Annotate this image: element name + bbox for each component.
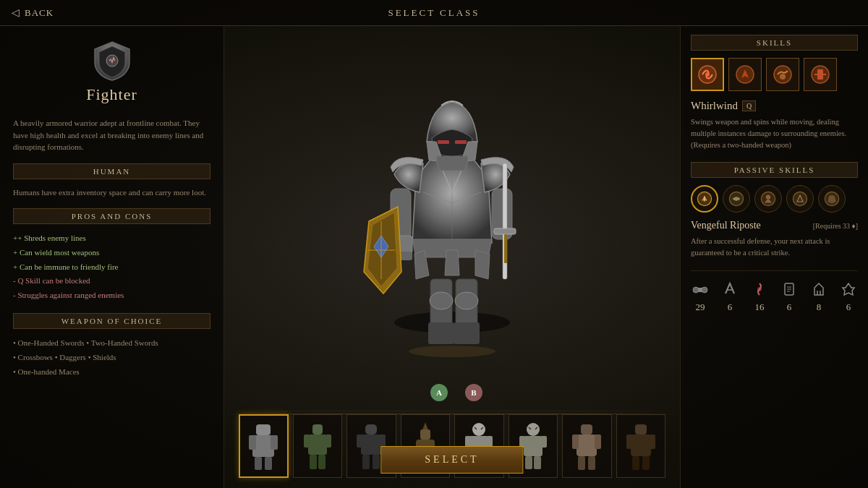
skill-icon-4[interactable] (804, 58, 837, 91)
svg-rect-30 (326, 435, 331, 448)
svg-point-68 (705, 72, 710, 77)
class-shield-icon (93, 40, 131, 81)
stat-agility: 6 (720, 280, 739, 313)
class-description: A heavily armored warrior adept at front… (13, 117, 210, 153)
b-indicator: B (465, 384, 482, 401)
passive-description: After a successful defense, your next at… (691, 236, 858, 259)
char-card-ranger2[interactable] (562, 414, 611, 478)
svg-rect-53 (525, 456, 532, 469)
passive-icon-5[interactable] (818, 185, 846, 213)
svg-rect-26 (265, 457, 272, 470)
passive-icon-2[interactable] (723, 185, 750, 213)
knight-figure (329, 33, 575, 366)
svg-rect-62 (631, 435, 651, 456)
svg-point-85 (757, 287, 762, 291)
svg-rect-66 (642, 456, 650, 470)
skill-icon-whirlwind[interactable] (691, 58, 724, 91)
con-item-2: - Struggles against ranged enemies (13, 288, 210, 303)
weapon-item-1: • One-Handed Swords • Two-Handed Swords (13, 336, 210, 351)
agility-icon (720, 280, 739, 299)
skill-icon-3[interactable] (766, 58, 799, 91)
pro-item-3: + Can be immune to friendly fire (13, 260, 210, 275)
knowledge-icon (780, 280, 799, 299)
skill-icon-2[interactable] (728, 58, 762, 91)
skill-name: Whirlwind (691, 100, 738, 112)
skill-name-row: Whirlwind Q (691, 100, 858, 112)
svg-rect-61 (635, 424, 647, 435)
decorative-line-2 (224, 411, 680, 411)
svg-rect-18 (438, 140, 449, 144)
center-panel: A B (224, 26, 680, 488)
svg-rect-35 (357, 435, 363, 448)
weapon-item-2: • Crossbows • Daggers • Shields (13, 351, 210, 365)
svg-rect-33 (365, 424, 377, 435)
stat-strength: 29 (691, 280, 710, 313)
svg-point-83 (693, 287, 699, 293)
svg-rect-64 (649, 435, 655, 449)
svg-rect-39 (420, 429, 430, 440)
passive-icon-4[interactable] (786, 185, 814, 213)
passive-name: Vengeful Riposte (691, 220, 761, 231)
svg-rect-7 (454, 322, 480, 344)
char-card-ranger[interactable] (293, 414, 342, 478)
right-panel: SKILLS (680, 26, 868, 488)
passive-icons-row (691, 185, 858, 213)
skill-key: Q (742, 100, 756, 111)
stat-strength-value: 29 (696, 301, 705, 313)
select-button[interactable]: SELECT (380, 446, 523, 474)
page-title: SELECT CLASS (388, 7, 480, 19)
resourcefulness-icon (809, 280, 828, 299)
luck-icon (839, 280, 858, 299)
svg-rect-25 (255, 457, 262, 470)
svg-rect-23 (249, 435, 256, 450)
svg-rect-34 (361, 435, 381, 455)
svg-rect-55 (581, 424, 592, 435)
race-section-bar: HUMAN (13, 163, 210, 179)
svg-rect-27 (312, 424, 323, 435)
stat-knowledge: 6 (780, 280, 799, 313)
main-content: Fighter A heavily armored warrior adept … (0, 26, 868, 488)
class-header: Fighter (13, 40, 210, 108)
stat-will: 16 (750, 280, 769, 313)
weapon-item-3: • One-handed Maces (13, 365, 210, 380)
stat-resourcefulness-value: 8 (817, 301, 822, 313)
ab-indicators: A B (430, 384, 482, 401)
passive-icon-1[interactable] (691, 185, 718, 213)
svg-rect-54 (534, 456, 541, 469)
svg-point-20 (409, 346, 495, 357)
a-indicator: A (430, 384, 448, 401)
passive-requirement: [Requires 33 ♦] (813, 222, 858, 230)
stat-knowledge-value: 6 (787, 301, 792, 313)
svg-rect-38 (373, 455, 380, 469)
weapon-section-bar: WEAPON OF CHOICE (13, 313, 210, 329)
svg-rect-17 (504, 234, 507, 263)
svg-rect-32 (318, 455, 326, 469)
svg-rect-19 (455, 140, 467, 144)
passive-name-row: Vengeful Riposte [Requires 33 ♦] (691, 220, 858, 231)
top-bar: ◁ BACK SELECT CLASS (0, 0, 868, 26)
svg-point-80 (793, 192, 807, 206)
stats-row: 29 6 16 (691, 280, 858, 313)
pro-item-2: + Can wield most weapons (13, 246, 210, 260)
svg-rect-63 (626, 435, 633, 449)
char-card-fighter[interactable] (239, 414, 289, 478)
pro-item-1: ++ Shreds enemy lines (13, 231, 210, 246)
svg-rect-29 (304, 435, 310, 448)
svg-rect-52 (541, 436, 547, 448)
svg-rect-31 (310, 455, 317, 469)
stat-luck-value: 6 (846, 301, 851, 313)
svg-point-43 (472, 423, 485, 436)
stat-will-value: 16 (755, 301, 765, 313)
back-button[interactable]: ◁ BACK (12, 7, 54, 19)
class-name: Fighter (86, 85, 137, 104)
passive-icon-3[interactable] (754, 185, 782, 213)
svg-rect-58 (595, 435, 601, 449)
svg-rect-28 (308, 435, 327, 455)
char-card-unknown[interactable] (616, 414, 665, 478)
con-item-1: - Q Skill can be blocked (13, 274, 210, 288)
strength-icon (691, 280, 710, 299)
back-arrow-icon: ◁ (12, 7, 20, 19)
svg-point-71 (780, 74, 786, 80)
pros-cons-list: ++ Shreds enemy lines + Can wield most w… (13, 231, 210, 303)
stats-divider (691, 270, 858, 271)
